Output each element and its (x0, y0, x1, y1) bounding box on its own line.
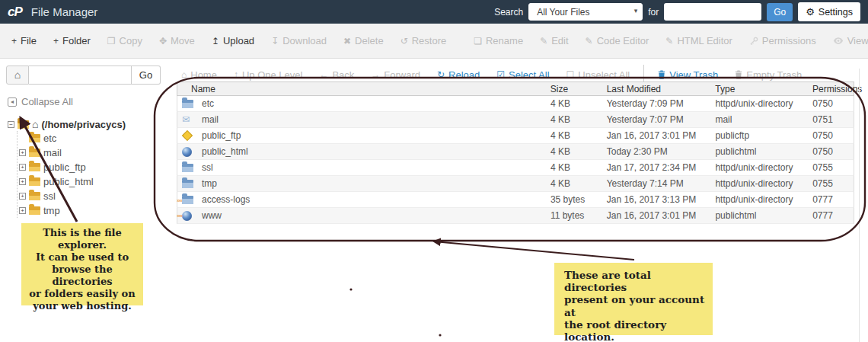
toolbar-button-label: Edit (551, 35, 568, 46)
toolbar-button-rename[interactable]: ❏Rename (465, 35, 531, 46)
plus-icon: + (53, 36, 59, 46)
toolbar-button-label: Rename (486, 35, 523, 46)
column-header-name[interactable]: Name (177, 84, 543, 94)
column-header-permissions[interactable]: Permissions (805, 84, 854, 94)
select-all-icon: ☑ (496, 69, 505, 80)
stray-dot (349, 288, 352, 290)
table-row-tmp[interactable]: tmp4 KBYesterday 7:14 PMhttpd/unix-direc… (177, 176, 854, 192)
cell-permissions: 0750 (805, 98, 854, 109)
expand-icon[interactable]: + (19, 207, 26, 214)
toolbar-button-code-editor[interactable]: ✎Code Editor (577, 35, 658, 46)
cell-type: httpd/unix-directory (707, 194, 805, 205)
toolbar-button-view[interactable]: View (825, 35, 868, 46)
toolbar-button-delete[interactable]: ✖Delete (335, 35, 392, 46)
toolbar-button-copy[interactable]: ❐Copy (99, 35, 151, 46)
file-name: tmp (202, 178, 217, 189)
cell-name: »»access-logs (177, 194, 543, 205)
toolbar-button-edit[interactable]: ✎Edit (531, 35, 576, 46)
rename-icon: ❏ (474, 36, 482, 46)
toolbar-button-file[interactable]: +File (3, 35, 45, 46)
table-row-ssl[interactable]: ssl4 KBJan 17, 2017 2:34 PMhttpd/unix-di… (177, 160, 854, 176)
cpanel-logo: cP (8, 5, 22, 20)
expand-icon[interactable]: + (19, 178, 26, 185)
nav-button-back[interactable]: ←Back (311, 69, 362, 81)
table-row-mail[interactable]: ✉mail4 KBYesterday 7:07 PMmail0751 (177, 112, 854, 128)
cell-size: 4 KB (543, 146, 599, 157)
toolbar-button-upload[interactable]: ↥Upload (203, 35, 263, 46)
toolbar-button-restore[interactable]: ↺Restore (392, 35, 455, 46)
trash-icon (658, 70, 665, 79)
file-icon-wrap (182, 147, 196, 157)
search-scope-select[interactable]: All Your Files ▾ (528, 3, 643, 21)
column-header-size[interactable]: Size (543, 84, 599, 94)
table-row-public-html[interactable]: public_html4 KBToday 2:30 PMpublichtml07… (177, 144, 854, 160)
search-input[interactable] (664, 3, 761, 21)
toolbar-button-label: Restore (412, 35, 447, 46)
nav-button-select-all[interactable]: ☑Select All (488, 69, 557, 81)
tree-root-item[interactable]: − ⌂ (/home/privacycs) (8, 118, 168, 130)
table-row-etc[interactable]: etc4 KBYesterday 7:09 PMhttpd/unix-direc… (177, 96, 854, 112)
edit-icon: ✎ (540, 36, 547, 46)
nav-button-up-one-level[interactable]: ↑Up One Level (225, 69, 311, 81)
tree-item-ssl[interactable]: +ssl (19, 189, 168, 203)
forward-icon: → (371, 69, 380, 80)
expand-icon[interactable]: + (19, 193, 26, 200)
table-row-public-ftp[interactable]: public_ftp4 KBJan 16, 2017 3:01 PMpublic… (177, 128, 854, 144)
toolbar-button-html-editor[interactable]: ✎HTML Editor (657, 35, 741, 46)
nav-button-view-trash[interactable]: View Trash (649, 69, 726, 81)
nav-button-label: Empty Trash (746, 69, 802, 81)
nav-button-empty-trash[interactable]: Empty Trash (726, 69, 810, 81)
search-go-button[interactable]: Go (767, 3, 793, 21)
download-icon: ↧ (271, 36, 279, 46)
cell-size: 4 KB (543, 114, 599, 125)
table-row-access-logs[interactable]: »»access-logs35 bytesJan 16, 2017 3:13 P… (177, 192, 854, 208)
toolbar-button-move[interactable]: ✥Move (151, 35, 203, 46)
tree-item-label: public_ftp (43, 161, 86, 173)
folder-gold-icon (29, 206, 40, 215)
nav-button-label: Forward (384, 69, 420, 81)
column-header-type[interactable]: Type (707, 84, 805, 94)
eye-icon (833, 37, 844, 45)
collapse-expander-icon[interactable]: − (8, 121, 14, 128)
home-icon: ⌂ (181, 69, 187, 80)
home-icon: ⌂ (14, 69, 21, 81)
tree-item-etc[interactable]: etc (19, 131, 168, 145)
tree-item-public-ftp[interactable]: +public_ftp (19, 160, 168, 174)
tree-item-mail[interactable]: +mail (19, 145, 168, 160)
table-row-www[interactable]: »»www11 bytesJan 16, 2017 3:01 PMpublich… (177, 208, 854, 224)
file-name: access-logs (202, 194, 250, 205)
cell-type: httpd/unix-directory (707, 98, 805, 109)
tree-item-public-html[interactable]: +public_html (19, 174, 168, 189)
open-folder-icon (18, 120, 29, 129)
cell-name: tmp (177, 178, 543, 189)
home-icon-button[interactable]: ⌂ (6, 66, 29, 85)
expand-icon[interactable]: + (19, 149, 26, 156)
nav-button-forward[interactable]: →Forward (362, 69, 429, 81)
file-icon-wrap: ✉ (182, 116, 196, 124)
gear-icon: ⚙ (806, 6, 815, 18)
back-icon: ← (319, 69, 328, 80)
toolbar-button-download[interactable]: ↧Download (263, 35, 335, 46)
tree-item-tmp[interactable]: +tmp (19, 203, 168, 218)
toolbar-button-label: Code Editor (597, 35, 649, 46)
toolbar-button-label: Permissions (762, 35, 816, 46)
toolbar-button-folder[interactable]: +Folder (45, 35, 99, 46)
nav-button-reload[interactable]: ↻Reload (429, 69, 488, 81)
nav-button-home[interactable]: ⌂Home (173, 69, 225, 81)
cell-name: public_ftp (177, 130, 543, 141)
toolbar-button-label: Delete (355, 35, 384, 46)
content-right-divider (859, 69, 860, 342)
cell-type: publichtml (707, 146, 805, 157)
path-go-button[interactable]: Go (132, 66, 161, 85)
expand-icon[interactable]: + (19, 164, 26, 171)
table-header-row[interactable]: Name Size Last Modified Type Permissions (177, 82, 854, 96)
toolbar-button-permissions[interactable]: Permissions (741, 35, 825, 46)
cell-last-modified: Jan 16, 2017 3:01 PM (599, 210, 708, 221)
settings-button[interactable]: ⚙ Settings (798, 2, 860, 21)
globe-icon (182, 211, 192, 221)
nav-button-unselect-all[interactable]: ☐Unselect All (558, 69, 639, 81)
path-input[interactable] (29, 66, 132, 85)
collapse-all-label: Collapse All (21, 96, 73, 107)
column-header-last-modified[interactable]: Last Modified (599, 84, 708, 94)
collapse-all-button[interactable]: ◂ Collapse All (8, 96, 168, 107)
